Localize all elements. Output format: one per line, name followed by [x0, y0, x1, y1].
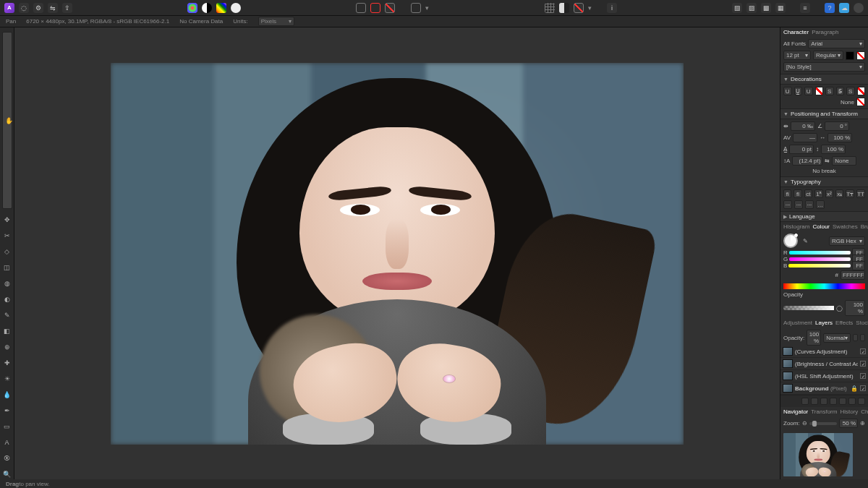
canvas-area[interactable]: [14, 27, 780, 479]
zoom-value[interactable]: 50 %: [839, 419, 858, 428]
font-family-select[interactable]: Arial▾: [808, 39, 865, 48]
selection-add-icon[interactable]: [370, 3, 380, 13]
grid-icon[interactable]: [545, 3, 555, 13]
tab-colour[interactable]: Colour: [812, 223, 830, 230]
arrange-backone-icon[interactable]: ▨: [746, 3, 757, 13]
decorations-header[interactable]: ▼Decorations: [780, 74, 868, 85]
splitview-icon[interactable]: [559, 3, 569, 13]
font-weight-select[interactable]: Regular▾: [813, 51, 843, 60]
dodge-tool-icon[interactable]: ☀: [2, 374, 12, 384]
double-underline-btn[interactable]: U̲: [794, 87, 803, 95]
layer-visibility-checkbox[interactable]: ✓: [860, 385, 866, 391]
strikethrough-btn[interactable]: S: [825, 87, 834, 95]
slider-r[interactable]: [789, 251, 851, 254]
text-fill-swatch[interactable]: [846, 51, 854, 60]
tab-layers[interactable]: Layers: [815, 320, 833, 326]
typo-more-btn[interactable]: …: [816, 200, 825, 209]
node-tool-icon[interactable]: ◇: [2, 247, 12, 257]
superscript-btn[interactable]: x²: [825, 189, 833, 198]
contextual-btn[interactable]: ct: [804, 189, 812, 198]
layer-fx-icon[interactable]: [860, 334, 865, 341]
user-avatar-icon[interactable]: [854, 3, 864, 13]
leading-input[interactable]: (12.4 pt): [792, 156, 822, 166]
hscale-input[interactable]: 100 %: [827, 133, 852, 142]
color-ring[interactable]: [783, 234, 798, 248]
pixel-layer-icon[interactable]: [848, 398, 856, 405]
layer-visibility-checkbox[interactable]: ✓: [860, 373, 866, 379]
persona-photo-icon[interactable]: [187, 3, 197, 13]
crop-tool-icon[interactable]: ✂: [2, 231, 12, 241]
baseline-input[interactable]: 0 pt: [789, 145, 814, 154]
dropdown-caret-icon[interactable]: ▾: [425, 4, 430, 12]
layer-row[interactable]: Background (Pixel)🔒✓: [780, 382, 868, 395]
underline-btn[interactable]: U: [783, 87, 792, 95]
align-icon[interactable]: ≡: [800, 3, 810, 13]
slider-b[interactable]: [788, 264, 851, 267]
tab-paragraph[interactable]: Paragraph: [812, 29, 838, 35]
font-size-select[interactable]: 12 pt▾: [783, 51, 811, 60]
hand-tool-icon[interactable]: ✋: [2, 32, 12, 209]
arrange-front-icon[interactable]: ▦: [775, 3, 786, 13]
tab-transform[interactable]: Transform: [811, 408, 837, 415]
persona-tonemap-icon[interactable]: [231, 3, 241, 13]
tab-histogram[interactable]: Histogram: [783, 223, 809, 230]
erase-tool-icon[interactable]: ◧: [2, 326, 12, 336]
vscale-input[interactable]: 100 %: [821, 145, 846, 154]
typo-opt3-btn[interactable]: ···: [805, 200, 814, 209]
selection-subtract-icon[interactable]: [385, 3, 395, 13]
gear-icon[interactable]: ⚙: [33, 3, 43, 13]
rect-tool-icon[interactable]: ▭: [2, 421, 12, 432]
position-transform-header[interactable]: ▼Positioning and Transform: [780, 108, 868, 119]
strike-color-btn[interactable]: S: [846, 87, 855, 95]
flood-tool-icon[interactable]: ◍: [2, 278, 12, 288]
mirror-icon[interactable]: ⇋: [48, 3, 58, 13]
kerning-input[interactable]: —: [793, 133, 817, 142]
opacity-slider[interactable]: [783, 306, 834, 310]
text-bg-swatch[interactable]: [856, 98, 865, 106]
discretionary-btn[interactable]: fl: [793, 189, 801, 198]
underline-color-btn[interactable]: U: [804, 87, 813, 95]
group-layer-icon[interactable]: [839, 398, 846, 405]
blur-tool-icon[interactable]: 💧: [2, 390, 12, 400]
snapping-icon[interactable]: [574, 3, 584, 13]
layer-visibility-checkbox[interactable]: ✓: [860, 361, 866, 367]
brush-tool-icon[interactable]: ✎: [2, 310, 12, 320]
layer-row[interactable]: (Curves Adjustment)✓: [780, 346, 868, 358]
layer-visibility-checkbox[interactable]: ✓: [860, 348, 866, 354]
move-tool-icon[interactable]: ✥: [2, 215, 12, 225]
tab-character[interactable]: Character: [783, 29, 809, 35]
tab-adjustment[interactable]: Adjustment: [783, 320, 812, 326]
tab-brushes[interactable]: Brushes: [861, 223, 868, 230]
value-b[interactable]: FF: [852, 261, 865, 270]
delete-layer-icon[interactable]: [858, 398, 865, 405]
units-select[interactable]: Pixels▾: [258, 17, 294, 26]
app-badge-icon[interactable]: A: [4, 3, 14, 13]
layer-cog-icon[interactable]: [853, 334, 858, 341]
quickmask-icon[interactable]: [411, 3, 421, 13]
selection-new-icon[interactable]: [356, 3, 366, 13]
help-icon[interactable]: ?: [825, 3, 835, 13]
tab-stock[interactable]: Stock: [856, 320, 868, 326]
gradient-tool-icon[interactable]: ◐: [2, 294, 12, 304]
ligatures-btn[interactable]: fi: [783, 189, 791, 198]
underline-swatch[interactable]: [815, 87, 824, 95]
account-icon[interactable]: ☁: [839, 3, 849, 13]
text-tool-icon[interactable]: A: [2, 437, 12, 448]
text-stroke-swatch[interactable]: [856, 51, 865, 60]
layer-opacity-input[interactable]: 100 %: [807, 330, 821, 346]
tab-history[interactable]: History: [840, 408, 858, 415]
arrange-frontone-icon[interactable]: ▩: [761, 3, 771, 13]
assistant-icon[interactable]: i: [607, 3, 617, 13]
tab-navigator[interactable]: Navigator: [783, 408, 808, 415]
persona-liquify-icon[interactable]: [202, 3, 212, 13]
file-open-icon[interactable]: ◌: [19, 3, 29, 13]
ordinals-btn[interactable]: 1ª: [814, 189, 822, 198]
layer-row[interactable]: (Brightness / Contrast Adjustment)✓: [780, 358, 868, 370]
slider-g[interactable]: [789, 257, 851, 261]
persona-develop-icon[interactable]: [216, 3, 226, 13]
leading-override-select[interactable]: None: [832, 156, 856, 166]
color-mode-select[interactable]: RGB Hex▾: [829, 236, 865, 246]
tab-effects[interactable]: Effects: [835, 320, 853, 326]
double-strike-btn[interactable]: S̶: [836, 87, 845, 95]
dropdown-caret-icon[interactable]: ▾: [588, 4, 592, 12]
